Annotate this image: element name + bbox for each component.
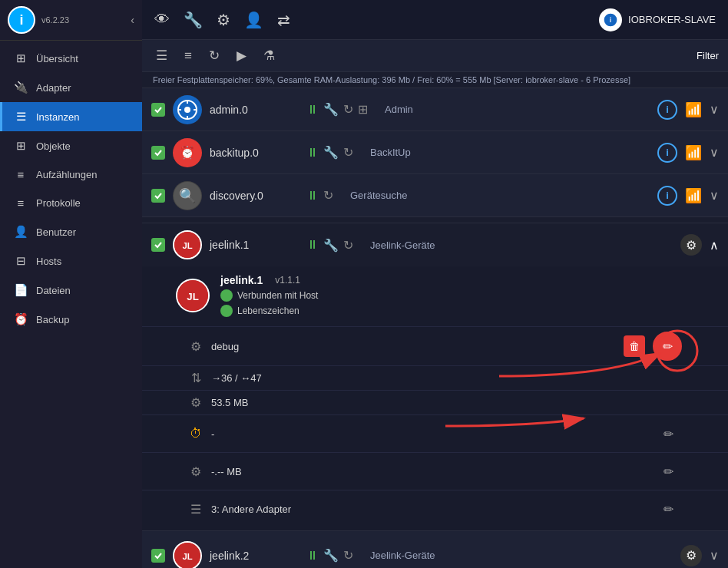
status-text2: Lebenszeichen [237,305,299,316]
settings-icon[interactable]: ⚙ [217,11,230,29]
restart-jeelink1[interactable]: ↻ [343,238,353,253]
expand-jeelink1[interactable]: ∧ [710,238,719,253]
restart-admin0[interactable]: ↻ [343,102,353,117]
filter-label: Filter [697,50,719,61]
compact-view-btn[interactable]: ≡ [180,45,197,67]
restart-discovery0[interactable]: ↻ [323,188,333,203]
user-icon[interactable]: 👤 [244,11,263,29]
delete-btn-debug[interactable]: 🗑 [624,335,645,357]
edit-btn-mb[interactable]: ✏ [654,457,682,485]
checkbox-jeelink1[interactable] [151,238,165,252]
sidebar: i v6.2.23 ‹ ⊞Übersicht🔌Adapter☰Instanzen… [0,0,142,568]
icon-jeelink1: JL [173,230,202,259]
refresh-btn[interactable]: ↻ [204,45,224,67]
instance-row-admin0: admin.0 ⏸ 🔧 ↻ ⊞ Admin i 📶 ∨ [142,88,728,131]
sidebar-item-instanzen[interactable]: ☰Instanzen [0,102,142,131]
wrench-jeelink1[interactable]: 🔧 [323,238,339,253]
server-logo: i [599,8,622,31]
sidebar-collapse-btn[interactable]: ‹ [131,14,134,26]
sidebar-item-ubersicht[interactable]: ⊞Übersicht [0,44,142,73]
wrench-jeelink2[interactable]: 🔧 [323,548,339,563]
detail-value-time: - [211,428,647,440]
nav-icon-protokolle: ≡ [13,196,28,210]
expand-discovery0[interactable]: ∨ [710,188,719,203]
status-dot2 [220,305,233,317]
name-jeelink1: jeelink.1 [210,239,286,251]
sidebar-item-protokolle[interactable]: ≡Protokolle [0,189,142,217]
icon-jeelink2: JL [173,541,202,569]
edit-btn-debug[interactable]: ✏ [653,332,682,361]
sidebar-item-hosts[interactable]: ⊟Hosts [0,246,142,276]
wrench-backitup0[interactable]: 🔧 [323,145,339,160]
checkbox-backitup0[interactable] [151,146,165,160]
nav-icon-ubersicht: ⊞ [13,51,28,65]
instance-row-backitup0: ⏰ backitup.0 ⏸ 🔧 ↻ BackItUp i 📶 ∨ [142,131,728,174]
sidebar-item-benutzer[interactable]: 👤Benutzer [0,217,142,246]
expand-backitup0[interactable]: ∨ [710,145,719,160]
main-content: 👁 🔧 ⚙ 👤 ⇄ i IOBROKER-SLAVE ☰ ≡ ↻ ▶ ⚗ Fil… [142,0,728,568]
actions-jeelink2: ⏸ 🔧 ↻ [306,548,353,563]
nav-icon-objekte: ⊞ [13,139,28,153]
view-icon[interactable]: 👁 [154,11,170,28]
sync-icon[interactable]: ⇄ [277,11,290,29]
pause-admin0[interactable]: ⏸ [306,103,319,117]
sidebar-item-objekte[interactable]: ⊞Objekte [0,131,142,160]
detail-value-memory: 53.5 MB [211,397,682,408]
detail-icon-adapter: ☰ [188,502,204,517]
expand-admin0[interactable]: ∨ [710,102,719,117]
info-admin0[interactable]: i [657,100,677,120]
actions-discovery0: ⏸ ↻ [306,188,333,203]
nav-icon-instanzen: ☰ [13,110,28,124]
filter-section: Filter [697,50,719,61]
svg-text:JL: JL [182,551,192,560]
sidebar-item-aufzahlungen[interactable]: ≡Aufzählungen [0,160,142,189]
nav-label-protokolle: Protokolle [36,197,81,209]
edit-btn-adapter[interactable]: ✏ [654,495,682,523]
right-admin0: i 📶 ∨ [657,100,719,120]
right-jeelink2: ⚙ ∨ [680,545,719,566]
pause-backitup0[interactable]: ⏸ [306,146,319,160]
server-name: IOBROKER-SLAVE [628,14,716,25]
restart-backitup0[interactable]: ↻ [343,145,353,160]
name-admin0: admin.0 [210,104,286,116]
link-admin0[interactable]: ⊞ [358,102,368,117]
expanded-status1-jeelink1: Verbunden mit Host [220,289,318,302]
checkbox-jeelink2[interactable] [151,549,165,563]
expand-jeelink2[interactable]: ∨ [710,548,719,563]
nav-label-backup: Backup [36,314,69,325]
type-jeelink1: Jeelink-Geräte [370,239,673,251]
detail-icon-time: ⏱ [188,427,204,441]
right-backitup0: i 📶 ∨ [657,143,719,163]
icon-discovery0: 🔍 [173,181,202,210]
nav-label-hosts: Hosts [36,256,61,267]
nav-icon-adapter: 🔌 [13,81,28,94]
restart-jeelink2[interactable]: ↻ [343,548,353,563]
actions-backitup0: ⏸ 🔧 ↻ [306,145,353,160]
expanded-name-jeelink1: jeelink.1 [220,274,263,286]
detail-row-mb: ⚙ -.-- MB ✏ [142,452,728,490]
statusbar: Freier Festplattenspeicher: 69%, Gesamte… [142,72,728,88]
list-view-btn[interactable]: ☰ [151,45,172,67]
info-backitup0[interactable]: i [657,143,677,163]
wrench-admin0[interactable]: 🔧 [323,102,339,117]
filter-btn[interactable]: ⚗ [259,45,280,67]
info-discovery0[interactable]: i [657,186,677,206]
sidebar-item-backup[interactable]: ⏰Backup [0,305,142,334]
tools-icon[interactable]: 🔧 [184,11,203,29]
sidebar-item-adapter[interactable]: 🔌Adapter [0,73,142,102]
pause-discovery0[interactable]: ⏸ [306,189,319,203]
pause-jeelink2[interactable]: ⏸ [306,549,319,563]
topbar: 👁 🔧 ⚙ 👤 ⇄ i IOBROKER-SLAVE [142,0,728,40]
gear-badge-jeelink2[interactable]: ⚙ [680,545,702,566]
gear-badge-jeelink1[interactable]: ⚙ [680,234,702,256]
play-btn[interactable]: ▶ [232,45,251,67]
right-discovery0: i 📶 ∨ [657,186,719,206]
checkbox-discovery0[interactable] [151,189,165,203]
detail-row-adapter: ☰ 3: Andere Adapter ✏ [142,490,728,527]
nav-icon-hosts: ⊟ [13,254,28,268]
pause-jeelink1[interactable]: ⏸ [306,238,319,252]
edit-btn-time[interactable]: ✏ [654,420,682,447]
expanded-section-jeelink1: JL jeelink.1 v1.1.1 Verbunden mit Host L… [142,266,728,531]
sidebar-item-dateien[interactable]: 📄Dateien [0,276,142,305]
checkbox-admin0[interactable] [151,103,165,117]
